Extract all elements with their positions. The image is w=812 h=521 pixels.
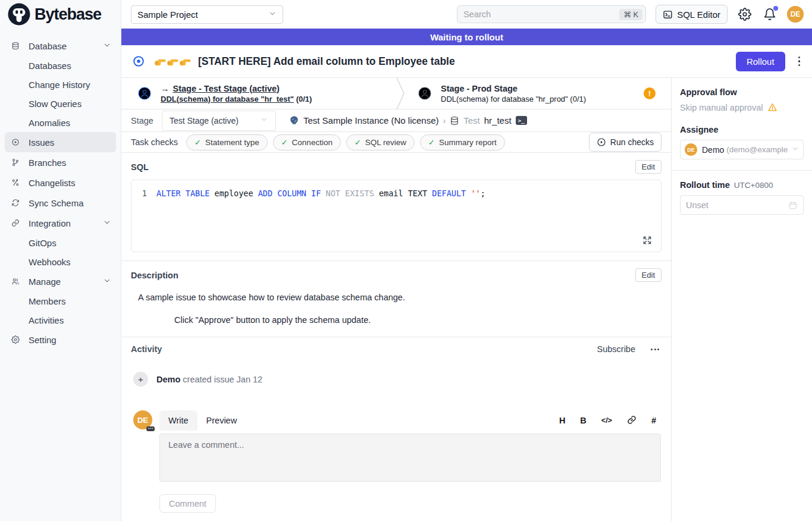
code-format-button[interactable]: </>: [601, 416, 612, 425]
check-pill-connection[interactable]: ✓Connection: [273, 134, 341, 150]
sidebar-item-anomalies[interactable]: Anomalies: [5, 113, 116, 132]
check-pill-sql-review[interactable]: ✓SQL review: [346, 134, 415, 150]
sidebar-item-branches[interactable]: Branches: [5, 152, 116, 172]
bytebase-logo-icon: [7, 2, 31, 26]
stage-task-text: DDL(schema) for database "hr_prod" (0/1): [441, 95, 586, 103]
stage-card-text: Stage - Prod Stage DDL(schema) for datab…: [441, 84, 586, 103]
issues-icon: [10, 136, 21, 148]
issue-title: [START HERE] Add email column to Employe…: [198, 55, 455, 68]
sidebar-item-sync-schema[interactable]: Sync Schema: [5, 193, 116, 213]
sidebar-item-members[interactable]: Members: [5, 291, 116, 310]
stage-person-icon: [137, 86, 152, 101]
task-checks-bar: Task checks ✓Statement type ✓Connection …: [121, 132, 671, 153]
run-checks-label: Run checks: [610, 137, 654, 147]
sidebar-item-database[interactable]: Database: [5, 36, 116, 56]
heading-format-button[interactable]: H: [559, 416, 565, 425]
sidebar-item-databases[interactable]: Databases: [5, 56, 116, 75]
warning-triangle-icon: [767, 102, 777, 112]
stage-separator-chevron: [396, 78, 405, 109]
tab-write[interactable]: Write: [159, 410, 197, 431]
comment-textarea[interactable]: [159, 434, 661, 482]
breadcrumb-separator: ›: [443, 116, 446, 125]
stage-label: Stage: [131, 116, 153, 125]
assignee-avatar: DE: [685, 143, 697, 156]
stage-card-prod[interactable]: Stage - Prod Stage DDL(schema) for datab…: [405, 78, 671, 109]
activity-action: created issue Jan 12: [183, 375, 262, 384]
sql-editor-button[interactable]: SQL Editor: [656, 5, 728, 24]
rollout-button[interactable]: Rollout: [736, 52, 785, 71]
comment-submit-button[interactable]: Comment: [159, 494, 216, 513]
database-breadcrumb: Test Sample Instance (No license) › Test…: [289, 115, 527, 125]
project-select[interactable]: Sample Project: [131, 5, 283, 24]
expand-fullscreen-icon[interactable]: [642, 235, 653, 246]
sql-edit-button[interactable]: Edit: [635, 160, 661, 174]
assignee-select[interactable]: DE Demo (demo@example: [680, 140, 804, 159]
stage-task-count: (0/1): [296, 95, 312, 103]
stage-task-link[interactable]: DDL(schema) for database "hr_test": [161, 95, 294, 103]
sidebar-item-changelists[interactable]: Changelists: [5, 172, 116, 193]
sidebar-item-manage[interactable]: Manage: [5, 271, 116, 291]
instance-link[interactable]: Test Sample Instance (No license): [303, 115, 439, 125]
check-pill-summary-report[interactable]: ✓Summary report: [420, 134, 505, 150]
check-pill-statement-type[interactable]: ✓Statement type: [186, 134, 268, 150]
sidebar-item-setting[interactable]: Setting: [5, 329, 116, 350]
editor-tabs: Write Preview H B </> #: [159, 410, 661, 431]
sidebar-item-label: Changelists: [29, 178, 75, 188]
stage-title-link[interactable]: Stage - Test Stage (active): [173, 84, 280, 93]
search-input[interactable]: [463, 10, 619, 19]
chevron-down-icon: [103, 218, 111, 228]
topbar-right: ⌘ K SQL Editor DE: [457, 5, 804, 24]
skip-approval-text: Skip manual approval: [680, 103, 763, 112]
sidebar-item-label: Webhooks: [29, 257, 71, 267]
approval-flow-label: Approval flow: [680, 87, 804, 97]
sidebar-item-issues[interactable]: Issues: [5, 132, 116, 152]
search-box[interactable]: ⌘ K: [457, 5, 646, 23]
sidebar-item-integration[interactable]: Integration: [5, 213, 116, 233]
sql-section-title: SQL: [131, 162, 149, 172]
database-link[interactable]: hr_test: [484, 115, 512, 125]
hash-format-button[interactable]: #: [651, 416, 656, 425]
sql-code-block[interactable]: 1 ALTER TABLE employee ADD COLUMN IF NOT…: [131, 180, 661, 252]
brand-logo[interactable]: Bytebase: [0, 0, 121, 29]
stage-select-value: Test Stage (active): [170, 116, 239, 125]
status-banner: Waiting to rollout: [121, 29, 812, 45]
activity-more-button[interactable]: [648, 346, 661, 353]
stage-person-icon: [417, 86, 432, 101]
issue-content: →Stage - Test Stage (active) DDL(schema)…: [121, 78, 671, 521]
bold-format-button[interactable]: B: [580, 416, 586, 425]
sidebar-item-slow-queries[interactable]: Slow Queries: [5, 94, 116, 113]
tab-preview[interactable]: Preview: [197, 410, 246, 431]
terminal-icon: [663, 10, 673, 20]
description-title: Description: [131, 271, 178, 280]
line-number: 1: [131, 187, 156, 199]
stage-card-test[interactable]: →Stage - Test Stage (active) DDL(schema)…: [121, 78, 396, 109]
branch-icon: [10, 156, 21, 168]
rollout-time-label-row: Rollout time UTC+0800: [680, 180, 804, 190]
rollout-timezone: UTC+0800: [734, 181, 773, 190]
status-banner-text: Waiting to rollout: [430, 32, 503, 42]
sidebar-item-change-history[interactable]: Change History: [5, 75, 116, 94]
open-sql-editor-badge[interactable]: >_: [516, 116, 527, 125]
check-icon: ✓: [281, 138, 288, 147]
run-checks-button[interactable]: Run checks: [589, 133, 661, 152]
sidebar-nav: Database Databases Change History Slow Q…: [0, 29, 121, 350]
user-avatar[interactable]: DE: [787, 6, 804, 23]
sidebar-item-webhooks[interactable]: Webhooks: [5, 252, 116, 271]
notifications-bell-button[interactable]: [762, 7, 777, 22]
calendar-icon: [788, 200, 798, 210]
rollout-time-input[interactable]: Unset: [680, 195, 804, 215]
link-format-button[interactable]: [627, 415, 637, 426]
sidebar-item-activities[interactable]: Activities: [5, 310, 116, 329]
description-edit-button[interactable]: Edit: [635, 268, 661, 282]
sidebar-item-gitops[interactable]: GitOps: [5, 233, 116, 252]
sidebar-item-label: Change History: [29, 80, 90, 90]
sidebar-item-label: Databases: [29, 61, 71, 71]
settings-gear-button[interactable]: [737, 7, 753, 22]
more-options-kebab-button[interactable]: [796, 53, 802, 70]
subscribe-button[interactable]: Subscribe: [597, 344, 635, 354]
chevron-down-icon: [791, 145, 800, 155]
activity-title: Activity: [131, 344, 162, 354]
stage-select[interactable]: Test Stage (active): [162, 111, 276, 131]
link-icon: [10, 217, 21, 229]
approval-flow-value: Skip manual approval: [680, 102, 804, 112]
